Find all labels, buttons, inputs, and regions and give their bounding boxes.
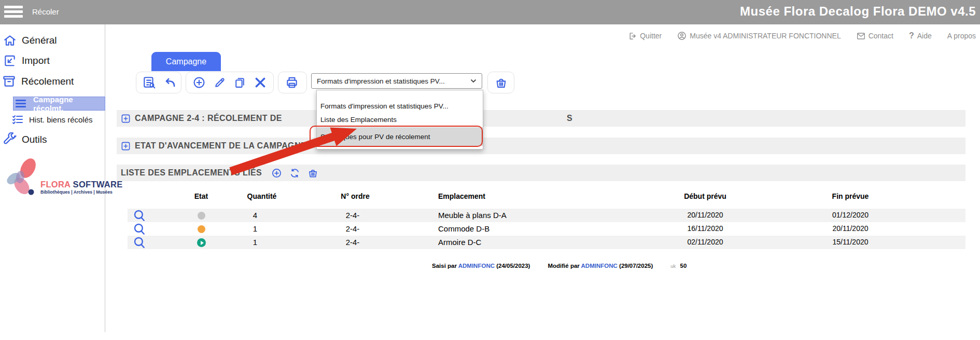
list-search-button[interactable] xyxy=(143,76,156,90)
cell-quantite: 4 xyxy=(253,211,257,220)
checklist-icon xyxy=(11,113,24,126)
cell-debut: 02/11/2020 xyxy=(687,238,723,246)
edit-button[interactable] xyxy=(213,76,226,90)
copy-button[interactable] xyxy=(233,76,246,90)
sidebar-item-recolement[interactable]: Récolement xyxy=(2,74,74,88)
section-liste-emplacements-header: LISTE DES EMPLACEMENTS LIÉS xyxy=(117,165,965,181)
add-emplacement-button[interactable] xyxy=(270,167,283,179)
sidebar-item-outils[interactable]: Outils xyxy=(3,132,47,146)
question-mark-icon: ? xyxy=(909,31,914,40)
saisi-user-link[interactable]: ADMINFONC xyxy=(458,263,495,269)
toolbar-group-edit xyxy=(186,72,274,93)
sidebar-item-general[interactable]: Général xyxy=(3,34,57,47)
exit-icon xyxy=(628,32,637,40)
chevron-down-icon xyxy=(470,79,477,83)
cell-quantite: 1 xyxy=(253,224,257,233)
col-header-debut: Début prévu xyxy=(684,192,726,200)
col-header-fin: Fin prévue xyxy=(832,192,869,200)
print-format-select[interactable]: Formats d'impression et statistiques PV.… xyxy=(311,73,482,89)
row-magnifier-button[interactable] xyxy=(133,236,146,249)
menu-icon xyxy=(16,98,26,109)
print-format-dropdown: Formats d'impression et statistiques PV.… xyxy=(316,90,483,149)
modifie-date: (29/07/2025) xyxy=(619,263,653,269)
sidebar-item-hist-biens-recoles[interactable]: Hist. biens récolés xyxy=(11,113,93,126)
basket-icon xyxy=(307,168,318,179)
archive-box-icon xyxy=(2,74,16,88)
row-magnifier-button[interactable] xyxy=(133,222,146,236)
magnifier-icon xyxy=(133,209,146,222)
cell-debut: 16/11/2020 xyxy=(687,224,723,233)
sidebar-item-import[interactable]: Import xyxy=(3,54,50,67)
cell-emplacement: Commode D-B xyxy=(438,224,489,233)
tab-campagne[interactable]: Campagne xyxy=(151,52,221,71)
modifie-user-link[interactable]: ADMINFONC xyxy=(581,263,618,269)
uk-label: uk xyxy=(670,263,676,269)
refresh-icon xyxy=(289,168,300,179)
undo-arrow-icon xyxy=(163,76,177,89)
section-campagne-header[interactable]: CAMPAGNE 2-4 : RÉCOLEMENT DE S xyxy=(117,110,965,127)
sidebar-item-campagne-recolmt[interactable]: Campagne récolmt. xyxy=(13,97,105,111)
print-button[interactable] xyxy=(285,76,299,90)
logo-wordmark: FLORA SOFTWARE xyxy=(40,180,123,189)
window-title: Musée Flora Decalog Flora DEMO v4.5 xyxy=(740,4,976,19)
magnifier-icon xyxy=(133,222,146,236)
basket-button[interactable] xyxy=(494,76,508,90)
pencil-icon xyxy=(213,76,226,89)
dropdown-option-liste-emplacements[interactable]: Liste des Emplacements xyxy=(317,113,483,126)
list-search-icon xyxy=(143,76,156,89)
cell-fin: 20/11/2020 xyxy=(832,224,868,233)
contact-link[interactable]: Contact xyxy=(857,32,893,40)
dropdown-option-statistiques-pv[interactable]: Statistiques pour PV de récolement xyxy=(317,127,483,146)
logo-tagline: Bibliothèques | Archives | Musées xyxy=(40,189,113,195)
cell-emplacement: Armoire D-C xyxy=(438,238,481,247)
flora-software-logo: FLORA SOFTWARE Bibliothèques | Archives … xyxy=(5,157,104,201)
cell-ordre: 2-4- xyxy=(346,238,360,247)
cell-fin: 15/11/2020 xyxy=(832,238,868,246)
row-magnifier-button[interactable] xyxy=(133,209,146,222)
status-dot xyxy=(198,212,205,220)
toolbar-group-basket xyxy=(487,72,514,93)
cell-ordre: 2-4- xyxy=(346,211,360,220)
refresh-button[interactable] xyxy=(288,167,301,179)
status-dot-in-progress xyxy=(197,238,206,247)
col-header-ordre: N° ordre xyxy=(341,192,369,200)
aide-link[interactable]: ? Aide xyxy=(909,31,932,40)
delete-button[interactable] xyxy=(254,76,267,90)
expand-plus-icon[interactable] xyxy=(121,141,131,151)
add-button[interactable] xyxy=(192,76,206,90)
wrench-icon xyxy=(3,132,17,146)
add-circle-icon xyxy=(271,168,282,179)
section-etat-avancement-header[interactable]: ETAT D'AVANCEMENT DE LA CAMPAGNE xyxy=(117,138,965,154)
col-header-etat: Etat xyxy=(194,192,208,200)
user-account-link[interactable]: Musée v4 ADMINISTRATEUR FONCTIONNEL xyxy=(677,31,841,40)
module-label: Récoler xyxy=(32,7,59,16)
magnifier-icon xyxy=(133,236,146,249)
x-icon xyxy=(254,76,267,89)
copy-icon xyxy=(233,76,246,89)
cell-emplacement: Meuble à plans D-A xyxy=(438,211,507,220)
printer-icon xyxy=(285,76,299,89)
toolbar-group-search xyxy=(136,72,181,93)
home-icon xyxy=(3,34,17,47)
section-etat-title: ETAT D'AVANCEMENT DE LA CAMPAGNE xyxy=(135,141,306,151)
undo-button[interactable] xyxy=(163,76,177,90)
add-circle-icon xyxy=(192,76,206,89)
top-bar: Récoler Musée Flora Decalog Flora DEMO v… xyxy=(0,0,980,24)
apropos-link[interactable]: A propos xyxy=(947,32,976,40)
cell-fin: 01/12/2020 xyxy=(832,211,869,219)
basket-small-button[interactable] xyxy=(306,167,319,179)
dropdown-option-formats[interactable]: Formats d'impression et statistiques PV.… xyxy=(317,99,483,113)
toolbar-group-print xyxy=(278,72,307,93)
expand-plus-icon[interactable] xyxy=(121,114,131,124)
basket-icon xyxy=(495,76,508,89)
section-campagne-title-tail: S xyxy=(567,110,572,127)
quitter-link[interactable]: Quitter xyxy=(628,32,662,40)
user-icon xyxy=(677,31,687,40)
cell-quantite: 1 xyxy=(253,238,257,247)
play-icon xyxy=(201,241,204,245)
saisi-label: Saisi par xyxy=(432,263,457,269)
flora-flower-icon xyxy=(5,157,46,199)
envelope-icon xyxy=(857,32,865,40)
sidebar: Général Import Récolement Campagne récol… xyxy=(0,24,105,332)
hamburger-menu-icon[interactable] xyxy=(4,6,23,19)
